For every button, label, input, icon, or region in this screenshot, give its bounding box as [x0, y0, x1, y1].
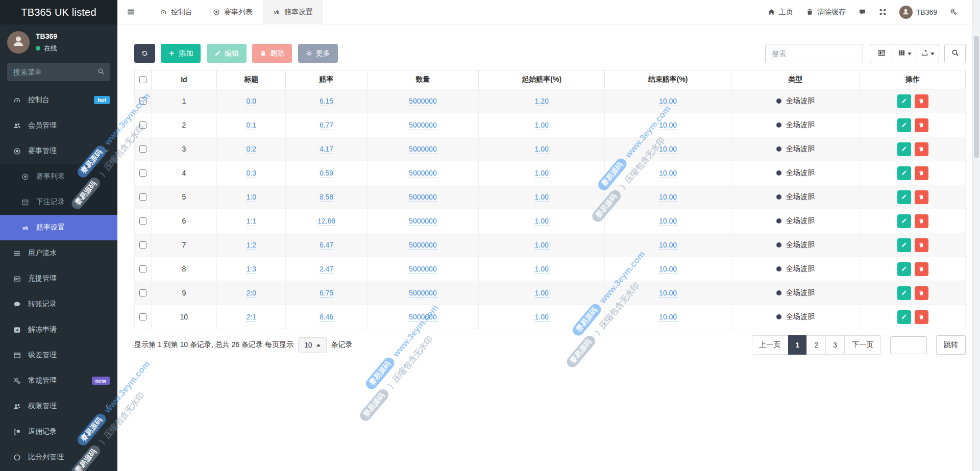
row-edit-button[interactable]: [897, 310, 911, 324]
sidebar-item-返佣记录[interactable]: 返佣记录: [0, 419, 117, 444]
row-checkbox[interactable]: [139, 313, 146, 320]
export-button[interactable]: [916, 44, 939, 63]
page-button-3[interactable]: 3: [825, 335, 845, 355]
cell-end-rate-link[interactable]: 10.00: [659, 145, 677, 154]
cell-title-link[interactable]: 0:3: [246, 169, 256, 178]
tab-控制台[interactable]: 控制台: [150, 0, 203, 24]
sidebar-item-用户流水[interactable]: 用户流水: [0, 240, 117, 266]
row-delete-button[interactable]: [915, 94, 928, 108]
row-delete-button[interactable]: [915, 142, 928, 156]
cell-title-link[interactable]: 1:0: [246, 193, 256, 202]
table-search-input[interactable]: [765, 44, 863, 63]
cell-title-link[interactable]: 2:0: [246, 289, 256, 298]
clear-cache-link[interactable]: 清除缓存: [806, 8, 846, 17]
row-checkbox[interactable]: [139, 145, 146, 153]
cell-odds-link[interactable]: 12.68: [317, 217, 335, 226]
page-size-select[interactable]: 10: [298, 337, 327, 353]
cell-end-rate-link[interactable]: 10.00: [659, 241, 677, 250]
cell-end-rate-link[interactable]: 10.00: [659, 313, 677, 322]
select-all-checkbox[interactable]: [139, 76, 146, 83]
jump-button[interactable]: 跳转: [936, 335, 966, 355]
cell-odds-link[interactable]: 6.75: [320, 289, 333, 298]
cell-quantity-link[interactable]: 5000000: [409, 193, 437, 202]
cell-quantity-link[interactable]: 5000000: [409, 145, 437, 154]
row-delete-button[interactable]: [915, 286, 928, 300]
row-edit-button[interactable]: [897, 262, 911, 276]
row-checkbox[interactable]: [139, 265, 146, 272]
add-button[interactable]: 添加: [161, 44, 201, 63]
row-edit-button[interactable]: [897, 190, 911, 204]
cell-start-rate-link[interactable]: 1.00: [535, 265, 549, 274]
row-edit-button[interactable]: [897, 286, 911, 300]
row-delete-button[interactable]: [915, 262, 928, 276]
cell-start-rate-link[interactable]: 1.00: [535, 193, 549, 202]
cell-title-link[interactable]: 0:2: [246, 145, 256, 154]
cell-odds-link[interactable]: 2.47: [320, 265, 333, 274]
row-delete-button[interactable]: [915, 238, 928, 252]
row-checkbox[interactable]: [139, 289, 146, 296]
cell-quantity-link[interactable]: 5000000: [409, 169, 437, 178]
row-delete-button[interactable]: [915, 214, 928, 228]
cell-title-link[interactable]: 1:3: [246, 265, 256, 274]
sidebar-item-充提管理[interactable]: 充提管理: [0, 266, 117, 291]
cell-end-rate-link[interactable]: 10.00: [659, 193, 677, 202]
cell-title-link[interactable]: 0:1: [246, 121, 256, 130]
row-delete-button[interactable]: [915, 118, 928, 132]
cell-end-rate-link[interactable]: 10.00: [659, 217, 677, 226]
user-menu[interactable]: TB369: [899, 6, 937, 19]
refresh-button[interactable]: [134, 44, 155, 63]
hamburger-icon[interactable]: [117, 8, 144, 16]
cell-odds-link[interactable]: 4.17: [320, 145, 333, 154]
search-button[interactable]: [944, 44, 966, 63]
delete-button[interactable]: 删除: [252, 44, 292, 63]
sidebar-item-比分列管理[interactable]: 比分列管理: [0, 444, 117, 470]
tab-赔率设置[interactable]: vk赔率设置: [263, 0, 323, 24]
row-edit-button[interactable]: [897, 118, 911, 132]
messages-button[interactable]: [859, 8, 866, 16]
cell-odds-link[interactable]: 6.77: [320, 121, 333, 130]
sidebar-item-赛事列表[interactable]: 赛事列表: [0, 164, 117, 189]
cell-start-rate-link[interactable]: 1.00: [535, 289, 549, 298]
cell-quantity-link[interactable]: 5000000: [409, 97, 437, 106]
scrollbar-thumb[interactable]: [974, 36, 979, 158]
more-button[interactable]: 更多: [298, 44, 338, 63]
settings-button[interactable]: [950, 8, 958, 16]
cell-start-rate-link[interactable]: 1.00: [535, 145, 549, 154]
sidebar-item-下注记录[interactable]: 下注记录: [0, 189, 117, 215]
sidebar-item-转账记录[interactable]: 转账记录: [0, 291, 117, 317]
row-edit-button[interactable]: [897, 166, 911, 180]
sidebar-item-赛事管理[interactable]: 赛事管理: [0, 138, 117, 164]
row-delete-button[interactable]: [915, 190, 928, 204]
sidebar-item-权限管理[interactable]: 权限管理: [0, 393, 117, 419]
cell-odds-link[interactable]: 8.58: [320, 193, 333, 202]
scrollbar[interactable]: [972, 0, 980, 471]
cell-title-link[interactable]: 1:2: [246, 241, 256, 250]
row-checkbox[interactable]: [139, 169, 146, 177]
cell-quantity-link[interactable]: 5000000: [409, 217, 437, 226]
row-delete-button[interactable]: [915, 310, 928, 324]
row-edit-button[interactable]: [897, 142, 911, 156]
cell-start-rate-link[interactable]: 1.00: [535, 217, 549, 226]
page-button-1[interactable]: 1: [788, 335, 807, 355]
cell-quantity-link[interactable]: 5000000: [409, 265, 437, 274]
cell-title-link[interactable]: 2:1: [246, 313, 256, 322]
next-page-button[interactable]: 下一页: [844, 335, 881, 355]
cell-end-rate-link[interactable]: 10.00: [659, 97, 677, 106]
row-edit-button[interactable]: [897, 238, 911, 252]
row-checkbox[interactable]: [139, 121, 146, 129]
row-checkbox[interactable]: [139, 217, 146, 225]
sidebar-item-常规管理[interactable]: 常规管理new: [0, 368, 117, 393]
cell-start-rate-link[interactable]: 1.00: [535, 121, 549, 130]
cell-title-link[interactable]: 0:0: [246, 97, 256, 106]
cell-odds-link[interactable]: 8.46: [320, 313, 333, 322]
row-checkbox[interactable]: [139, 241, 146, 249]
sidebar-item-控制台[interactable]: 控制台hot: [0, 87, 117, 113]
cell-odds-link[interactable]: 6.15: [320, 97, 333, 106]
page-button-2[interactable]: 2: [806, 335, 826, 355]
sidebar-item-解冻申请[interactable]: 解冻申请: [0, 317, 117, 342]
cell-odds-link[interactable]: 6.47: [320, 241, 333, 250]
tab-赛事列表[interactable]: 赛事列表: [203, 0, 263, 24]
columns-button[interactable]: [893, 44, 916, 63]
cell-end-rate-link[interactable]: 10.00: [659, 169, 677, 178]
cell-quantity-link[interactable]: 5000000: [409, 241, 437, 250]
